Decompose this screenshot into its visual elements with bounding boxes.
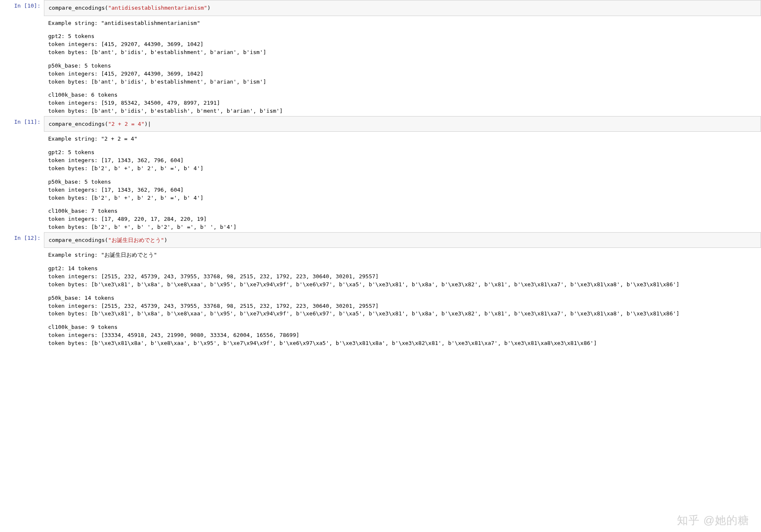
output-line: token bytes: [b'2', b' +', b' ', b'2', b… bbox=[48, 223, 757, 231]
code-input[interactable]: compare_encodings("antidisestablishmenta… bbox=[44, 0, 761, 16]
function-name: compare_encodings bbox=[49, 121, 105, 127]
output-line: token bytes: [b'ant', b'idis', b'establi… bbox=[48, 78, 757, 86]
paren-close: ) bbox=[207, 5, 211, 11]
output-line: token bytes: [b'\xe3\x81', b'\x8a', b'\x… bbox=[48, 310, 757, 318]
output-line: token bytes: [b'2', b' +', b' 2', b' =',… bbox=[48, 165, 757, 173]
output-line: token integers: [17, 489, 220, 17, 284, … bbox=[48, 215, 757, 223]
output-prompt bbox=[0, 248, 44, 348]
output-line: token integers: [33334, 45918, 243, 2199… bbox=[48, 331, 757, 339]
output-line: Example string: "antidisestablishmentari… bbox=[48, 19, 757, 27]
output-line: token integers: [415, 29207, 44390, 3699… bbox=[48, 70, 757, 78]
output-line: Example string: "お誕生日おめでとう" bbox=[48, 251, 757, 259]
output-line: token integers: [415, 29207, 44390, 3699… bbox=[48, 41, 757, 49]
input-prompt: In [10]: bbox=[0, 0, 44, 16]
output-line: gpt2: 5 tokens bbox=[48, 33, 757, 41]
output-line: gpt2: 5 tokens bbox=[48, 149, 757, 157]
output-line bbox=[48, 57, 757, 62]
output-line bbox=[48, 318, 757, 323]
code-input[interactable]: compare_encodings("お誕生日おめでとう") bbox=[44, 232, 761, 248]
output-line: token integers: [2515, 232, 45739, 243, … bbox=[48, 302, 757, 310]
code-input[interactable]: compare_encodings("2 + 2 = 4")| bbox=[44, 116, 761, 132]
output-line bbox=[48, 143, 757, 149]
output-cell: Example string: "antidisestablishmentari… bbox=[0, 16, 761, 116]
output-line: cl100k_base: 7 tokens bbox=[48, 207, 757, 215]
output-line: token integers: [17, 1343, 362, 796, 604… bbox=[48, 157, 757, 165]
output-line: token integers: [17, 1343, 362, 796, 604… bbox=[48, 186, 757, 194]
notebook-container: In [10]:compare_encodings("antidisestabl… bbox=[0, 0, 761, 348]
paren-close: ) bbox=[144, 121, 148, 127]
function-name: compare_encodings bbox=[49, 5, 105, 11]
output-line: Example string: "2 + 2 = 4" bbox=[48, 135, 757, 143]
paren-open: ( bbox=[105, 237, 108, 243]
output-line bbox=[48, 173, 757, 178]
paren-open: ( bbox=[105, 5, 108, 11]
output-line: token bytes: [b'ant', b'idis', b'establi… bbox=[48, 49, 757, 57]
output-line: token integers: [2515, 232, 45739, 243, … bbox=[48, 273, 757, 281]
input-cell: In [12]:compare_encodings("お誕生日おめでとう") bbox=[0, 232, 761, 248]
output-line: token bytes: [b'\xe3\x81', b'\x8a', b'\x… bbox=[48, 281, 757, 289]
output-line: p50k_base: 14 tokens bbox=[48, 294, 757, 302]
output-line: cl100k_base: 9 tokens bbox=[48, 323, 757, 331]
output-line bbox=[48, 27, 757, 33]
input-cell: In [11]:compare_encodings("2 + 2 = 4")| bbox=[0, 116, 761, 132]
string-argument: "antidisestablishmentarianism" bbox=[108, 5, 207, 11]
output-prompt bbox=[0, 132, 44, 232]
function-name: compare_encodings bbox=[49, 237, 105, 243]
input-prompt: In [12]: bbox=[0, 232, 44, 248]
paren-close: ) bbox=[164, 237, 168, 243]
output-line: token bytes: [b'ant', b'idis', b'establi… bbox=[48, 107, 757, 115]
paren-open: ( bbox=[105, 121, 108, 127]
output-text: Example string: "antidisestablishmentari… bbox=[44, 16, 761, 116]
output-line: p50k_base: 5 tokens bbox=[48, 178, 757, 186]
output-line bbox=[48, 202, 757, 207]
output-line: token bytes: [b'\xe3\x81\x8a', b'\xe8\xa… bbox=[48, 339, 757, 347]
string-argument: "お誕生日おめでとう" bbox=[108, 237, 164, 243]
output-line: cl100k_base: 6 tokens bbox=[48, 91, 757, 99]
output-line bbox=[48, 259, 757, 265]
output-cell: Example string: "2 + 2 = 4"gpt2: 5 token… bbox=[0, 132, 761, 232]
output-line: token integers: [519, 85342, 34500, 479,… bbox=[48, 99, 757, 107]
input-prompt: In [11]: bbox=[0, 116, 44, 132]
output-line: token bytes: [b'2', b' +', b' 2', b' =',… bbox=[48, 194, 757, 202]
output-line: gpt2: 14 tokens bbox=[48, 265, 757, 273]
string-argument: "2 + 2 = 4" bbox=[108, 121, 144, 127]
output-cell: Example string: "お誕生日おめでとう"gpt2: 14 toke… bbox=[0, 248, 761, 348]
output-line: p50k_base: 5 tokens bbox=[48, 62, 757, 70]
text-cursor: | bbox=[148, 121, 151, 127]
output-prompt bbox=[0, 16, 44, 116]
input-cell: In [10]:compare_encodings("antidisestabl… bbox=[0, 0, 761, 16]
output-text: Example string: "2 + 2 = 4"gpt2: 5 token… bbox=[44, 132, 761, 232]
output-line bbox=[48, 289, 757, 294]
output-text: Example string: "お誕生日おめでとう"gpt2: 14 toke… bbox=[44, 248, 761, 348]
output-line bbox=[48, 86, 757, 91]
